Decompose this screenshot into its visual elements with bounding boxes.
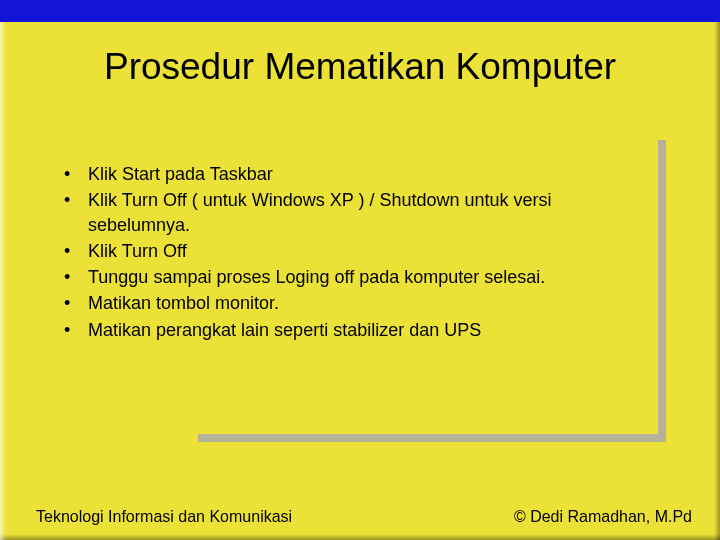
bullet-text: Klik Turn Off ( untuk Windows XP ) / Shu… bbox=[88, 190, 552, 234]
footer-left-text: Teknologi Informasi dan Komunikasi bbox=[36, 508, 292, 526]
slide-title: Prosedur Mematikan Komputer bbox=[0, 46, 720, 88]
bullet-text: Klik Start pada Taskbar bbox=[88, 164, 273, 184]
bullet-text: Tunggu sampai proses Loging off pada kom… bbox=[88, 267, 545, 287]
bullet-list: Klik Start pada Taskbar Klik Turn Off ( … bbox=[58, 162, 658, 344]
list-item: Matikan tombol monitor. bbox=[58, 291, 658, 315]
list-item: Klik Turn Off ( untuk Windows XP ) / Shu… bbox=[58, 188, 658, 237]
list-item: Matikan perangkat lain seperti stabilize… bbox=[58, 318, 658, 342]
bullet-text: Matikan perangkat lain seperti stabilize… bbox=[88, 320, 481, 340]
bullet-text: Klik Turn Off bbox=[88, 241, 187, 261]
bullet-text: Matikan tombol monitor. bbox=[88, 293, 279, 313]
list-item: Klik Start pada Taskbar bbox=[58, 162, 658, 186]
footer-right-text: © Dedi Ramadhan, M.Pd bbox=[514, 508, 692, 526]
slide: Prosedur Mematikan Komputer Klik Start p… bbox=[0, 0, 720, 540]
slide-left-bevel bbox=[0, 22, 6, 540]
list-item: Tunggu sampai proses Loging off pada kom… bbox=[58, 265, 658, 289]
list-item: Klik Turn Off bbox=[58, 239, 658, 263]
